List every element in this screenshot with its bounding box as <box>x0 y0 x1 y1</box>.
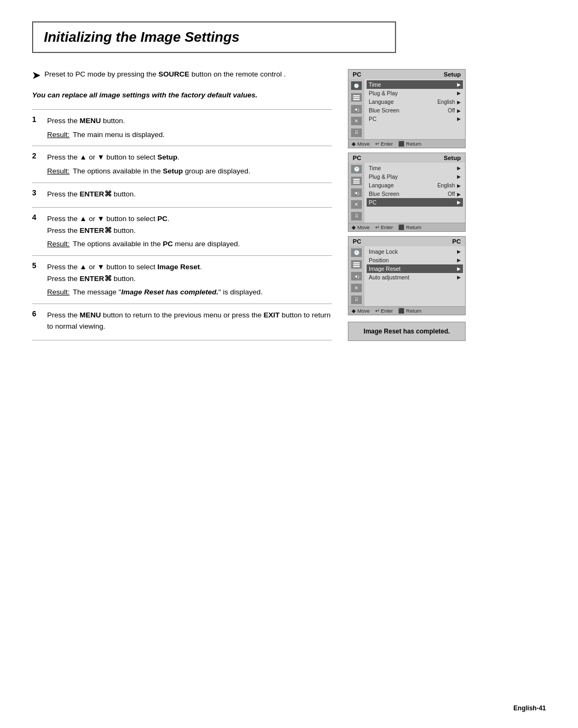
svg-rect-8 <box>353 266 360 267</box>
step-content-3: Press the ENTER⌘ button. <box>47 183 332 208</box>
tv-footer-move-1: ◆ Move <box>352 141 370 147</box>
step4-enter-bold: ENTER⌘ <box>80 226 112 234</box>
tv-footer-enter-2: ↵ Enter <box>375 224 393 230</box>
step1-menu-bold: MENU <box>80 117 101 125</box>
page-title: Initializing the Image Settings <box>44 29 384 46</box>
tv-screen3-footer: ◆ Move ↵ Enter ⬛ Return <box>348 306 465 315</box>
step-row-1: 1 Press the MENU button. Result: The mai… <box>32 110 332 146</box>
step-main-3: Press the ENTER⌘ button. <box>47 188 332 200</box>
tv-screen-2: PC Setup 🕐 ◄) ✕ ⠿ Time <box>348 153 466 232</box>
step4-pc-bold: PC <box>157 215 168 223</box>
source-bold: SOURCE <box>158 70 189 78</box>
step6-menu-bold: MENU <box>80 311 101 319</box>
title-box: Initializing the Image Settings <box>32 21 396 53</box>
svg-rect-7 <box>353 264 360 266</box>
step5-result: Result: The message "Image Reset has com… <box>47 286 332 298</box>
tv-screen3-header-left: PC <box>353 238 361 245</box>
content-area: ➤ Preset to PC mode by pressing the SOUR… <box>32 69 546 341</box>
intro-note: ➤ Preset to PC mode by pressing the SOUR… <box>32 69 332 81</box>
step2-setup-bold: Setup <box>157 153 178 161</box>
step-main-6: Press the MENU button to return to the p… <box>47 309 332 332</box>
tv-screen1-footer: ◆ Move ↵ Enter ⬛ Return <box>348 139 465 148</box>
step-num-5: 5 <box>32 256 47 304</box>
step-num-1: 1 <box>32 110 47 146</box>
tv-footer-move-3: ◆ Move <box>352 308 370 314</box>
tv-icon-clock: 🕐 <box>351 81 362 90</box>
tv-screen2-footer: ◆ Move ↵ Enter ⬛ Return <box>348 223 465 231</box>
step5-imagereset-bold: Image Reset <box>157 263 200 271</box>
bold-italic-note: You can replace all image settings with … <box>32 90 332 101</box>
image-reset-completed-box: Image Reset has completed. <box>348 322 466 341</box>
tv-menu-item-pc-1: PC▶ <box>367 115 463 123</box>
result-label-1: Result: <box>47 129 70 141</box>
tv-icon-grid1: ⠿ <box>351 128 362 137</box>
tv-menu-item-language-1: LanguageEnglish▶ <box>367 97 463 106</box>
page-number: English-41 <box>513 704 546 712</box>
tv-screen3-header: PC PC <box>348 237 465 246</box>
tv-footer-return-3: ⬛ Return <box>398 308 421 314</box>
left-column: ➤ Preset to PC mode by pressing the SOUR… <box>32 69 332 341</box>
result-text-4: The options available in the PC menu are… <box>73 238 240 250</box>
step2-result-bold: Setup <box>163 167 183 175</box>
step-num-4: 4 <box>32 208 47 256</box>
tv-icon-grid2: ⠿ <box>351 212 362 221</box>
tv-screen1-body: 🕐 ◄) ✕ ⠿ Time▶ Plug & Play▶ <box>348 79 465 139</box>
result-label-2: Result: <box>47 165 70 177</box>
step-main-2: Press the ▲ or ▼ button to select Setup. <box>47 151 332 163</box>
step-num-3: 3 <box>32 183 47 208</box>
tv-menu-item-imagereset: Image Reset▶ <box>367 264 463 273</box>
step-content-5: Press the ▲ or ▼ button to select Image … <box>47 256 332 304</box>
tv-screen3-body: 🕐 ◄) ✕ ⠿ Image Lock▶ Position▶ <box>348 246 465 306</box>
image-reset-completed-text: Image Reset has completed. <box>363 328 450 335</box>
arrow-icon: ➤ <box>32 70 40 81</box>
tv-footer-enter-1: ↵ Enter <box>375 141 393 147</box>
intro-text: Preset to PC mode by pressing the SOURCE… <box>44 69 286 80</box>
step-row-6: 6 Press the MENU button to return to the… <box>32 304 332 340</box>
tv-screen3-menu: Image Lock▶ Position▶ Image Reset▶ Auto … <box>364 246 465 306</box>
steps-table: 1 Press the MENU button. Result: The mai… <box>32 109 332 340</box>
step-row-3: 3 Press the ENTER⌘ button. <box>32 183 332 208</box>
svg-rect-2 <box>353 99 360 100</box>
tv-footer-move-2: ◆ Move <box>352 224 370 230</box>
step4-result-bold: PC <box>163 240 173 248</box>
step1-result: Result: The main menu is displayed. <box>47 129 332 141</box>
result-text-2: The options available in the Setup group… <box>73 165 250 177</box>
tv-menu-item-autoadj: Auto adjustment▶ <box>367 273 463 282</box>
svg-rect-1 <box>353 97 360 98</box>
svg-rect-5 <box>353 183 360 184</box>
tv-menu-item-time-1: Time▶ <box>367 80 463 89</box>
tv-icon-grid3: ⠿ <box>351 295 362 304</box>
tv-screen1-sidebar: 🕐 ◄) ✕ ⠿ <box>348 79 364 139</box>
tv-icon-x2: ✕ <box>351 200 362 209</box>
tv-menu-item-bluescreen-2: Blue ScreenOff▶ <box>367 189 463 198</box>
tv-screen1-header-left: PC <box>353 71 361 78</box>
tv-menu-item-plugplay-2: Plug & Play▶ <box>367 172 463 181</box>
tv-icon-lines2 <box>351 177 362 185</box>
svg-rect-6 <box>353 262 360 263</box>
step-content-6: Press the MENU button to return to the p… <box>47 304 332 340</box>
step5-result-bold: Image Reset has completed. <box>121 288 218 296</box>
tv-menu-item-imagelock: Image Lock▶ <box>367 247 463 256</box>
svg-rect-3 <box>353 179 360 180</box>
result-label-5: Result: <box>47 286 70 298</box>
step-main-1: Press the MENU button. <box>47 115 332 127</box>
tv-menu-item-plugplay-1: Plug & Play▶ <box>367 89 463 97</box>
step-content-1: Press the MENU button. Result: The main … <box>47 110 332 146</box>
tv-icon-lines3 <box>351 260 362 269</box>
tv-screen1-menu: Time▶ Plug & Play▶ LanguageEnglish▶ Blue… <box>364 79 465 139</box>
tv-icon-clock3: 🕐 <box>351 248 362 257</box>
result-text-5: The message "Image Reset has completed."… <box>73 286 263 298</box>
tv-screen1-header: PC Setup <box>348 70 465 79</box>
tv-icon-sound: ◄) <box>351 105 362 113</box>
step5-enter-bold: ENTER⌘ <box>80 275 112 283</box>
tv-screen1-header-right: Setup <box>444 71 461 78</box>
tv-screen2-body: 🕐 ◄) ✕ ⠿ Time▶ Plug & Play▶ <box>348 163 465 223</box>
tv-screen2-header-left: PC <box>353 155 361 161</box>
step2-result: Result: The options available in the Set… <box>47 165 332 177</box>
step-num-6: 6 <box>32 304 47 340</box>
tv-footer-enter-3: ↵ Enter <box>375 308 393 314</box>
tv-icon-sound2: ◄) <box>351 188 362 197</box>
step-row-4: 4 Press the ▲ or ▼ button to select PC. … <box>32 208 332 256</box>
step-row-2: 2 Press the ▲ or ▼ button to select Setu… <box>32 146 332 183</box>
tv-icon-sound3: ◄) <box>351 272 362 280</box>
